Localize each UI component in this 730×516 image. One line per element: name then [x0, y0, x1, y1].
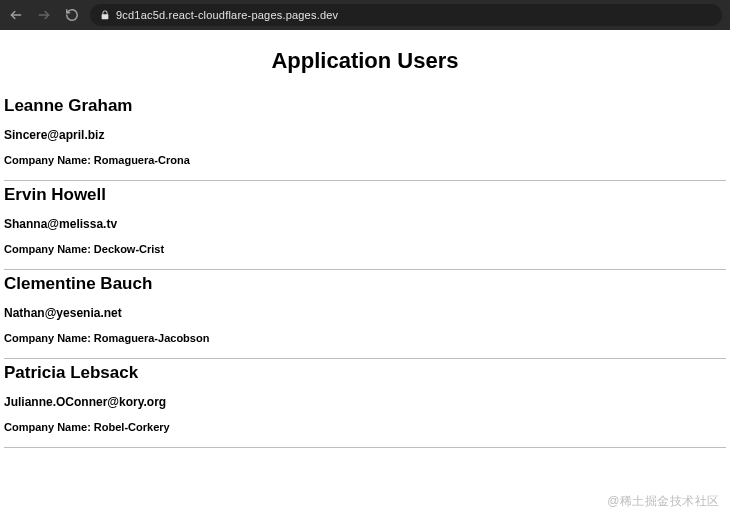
user-company: Company Name: Romaguera-Jacobson [4, 332, 726, 344]
user-company: Company Name: Robel-Corkery [4, 421, 726, 433]
nav-controls [8, 7, 80, 23]
user-card: Clementine Bauch Nathan@yesenia.net Comp… [4, 270, 726, 359]
user-email: Julianne.OConner@kory.org [4, 395, 726, 409]
user-name: Patricia Lebsack [4, 363, 726, 383]
reload-icon[interactable] [64, 7, 80, 23]
user-email: Shanna@melissa.tv [4, 217, 726, 231]
user-card: Patricia Lebsack Julianne.OConner@kory.o… [4, 359, 726, 448]
back-icon[interactable] [8, 7, 24, 23]
user-email: Sincere@april.biz [4, 128, 726, 142]
lock-icon [100, 10, 110, 20]
user-card: Ervin Howell Shanna@melissa.tv Company N… [4, 181, 726, 270]
user-name: Ervin Howell [4, 185, 726, 205]
user-name: Leanne Graham [4, 96, 726, 116]
user-card: Leanne Graham Sincere@april.biz Company … [4, 92, 726, 181]
url-text: 9cd1ac5d.react-cloudflare-pages.pages.de… [116, 9, 338, 21]
browser-toolbar: 9cd1ac5d.react-cloudflare-pages.pages.de… [0, 0, 730, 30]
user-company: Company Name: Romaguera-Crona [4, 154, 726, 166]
forward-icon[interactable] [36, 7, 52, 23]
page-content: Application Users Leanne Graham Sincere@… [0, 30, 730, 448]
page-title: Application Users [4, 48, 726, 74]
user-email: Nathan@yesenia.net [4, 306, 726, 320]
watermark: @稀土掘金技术社区 [607, 493, 720, 510]
user-company: Company Name: Deckow-Crist [4, 243, 726, 255]
user-name: Clementine Bauch [4, 274, 726, 294]
url-bar[interactable]: 9cd1ac5d.react-cloudflare-pages.pages.de… [90, 4, 722, 26]
